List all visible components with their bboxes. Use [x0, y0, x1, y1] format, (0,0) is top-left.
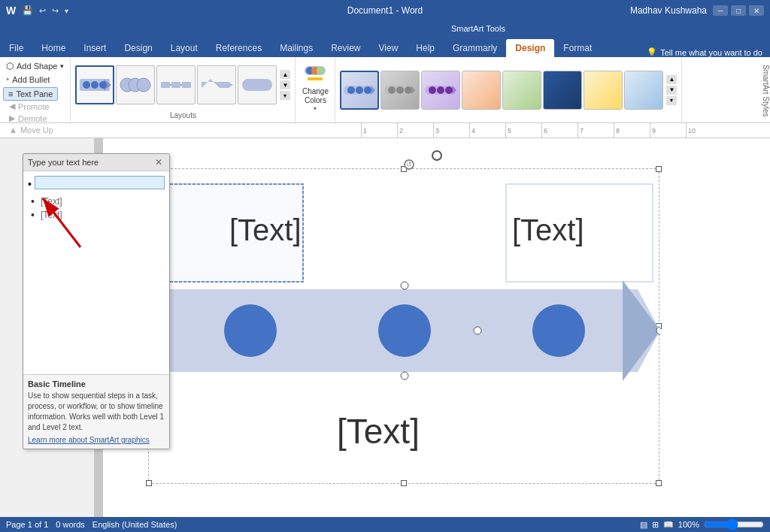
- sas-swatch-2[interactable]: [380, 71, 420, 110]
- view-read-icon[interactable]: 📖: [663, 520, 674, 530]
- text-pane-close-button[interactable]: ✕: [153, 156, 165, 168]
- maximize-button[interactable]: □: [731, 5, 746, 16]
- layout-thumb-3[interactable]: [156, 65, 196, 104]
- svg-text:[Text]: [Text]: [229, 213, 302, 246]
- sas-swatch-4[interactable]: [462, 71, 501, 110]
- tab-grammarly[interactable]: Grammarly: [444, 39, 506, 57]
- page-info: Page 1 of 1: [6, 520, 48, 529]
- sas-swatch-7[interactable]: [584, 71, 623, 110]
- svg-marker-13: [202, 79, 233, 88]
- sas-scroll-down[interactable]: ▼: [666, 86, 677, 95]
- sas-scroll-more[interactable]: ▾: [666, 96, 677, 105]
- canvas-area[interactable]: [Text] [Text] [Text] ↺: [103, 138, 770, 517]
- sas-scroll-up[interactable]: ▲: [666, 75, 677, 84]
- svg-rect-14: [242, 79, 272, 91]
- ruler-mark-7: 7: [578, 123, 614, 138]
- layout-thumb-2[interactable]: [116, 65, 155, 104]
- text-pane-row-1: •: [28, 176, 165, 192]
- layout-thumb-4[interactable]: [197, 65, 236, 104]
- undo-icon[interactable]: ↩: [39, 6, 46, 16]
- change-colors-label: ChangeColors: [302, 87, 329, 105]
- tab-smartart-design[interactable]: Design: [506, 39, 554, 57]
- diagram-rotate-handle[interactable]: ↺: [404, 159, 414, 170]
- tab-review[interactable]: Review: [322, 39, 369, 57]
- view-web-icon[interactable]: ⊞: [652, 520, 659, 530]
- title-bar: W 💾 ↩ ↪ ▾ Document1 - Word Madhav Kushwa…: [0, 0, 770, 21]
- tab-layout[interactable]: Layout: [162, 39, 207, 57]
- tab-smartart-format[interactable]: Format: [554, 39, 601, 57]
- add-bullet-button[interactable]: • Add Bullet: [3, 74, 53, 86]
- text-pane-button[interactable]: ≡ Text Pane: [3, 87, 58, 101]
- smartart-diagram[interactable]: [Text] [Text] [Text]: [148, 168, 659, 484]
- tell-me-bar[interactable]: 💡 Tell me what you want to do: [639, 47, 770, 57]
- text-pane-item-2: [Text]: [41, 196, 62, 207]
- window-controls: ─ □ ✕: [713, 5, 764, 16]
- layout-scroll-more[interactable]: ▾: [280, 91, 290, 100]
- text-pane-info-link[interactable]: Learn more about SmartArt graphics: [28, 436, 165, 444]
- svg-point-34: [445, 86, 453, 94]
- lightbulb-icon: 💡: [647, 47, 657, 57]
- tab-file[interactable]: File: [0, 39, 32, 57]
- layout-thumb-1[interactable]: [75, 65, 114, 104]
- promote-button[interactable]: ◀ Promote: [6, 101, 67, 112]
- svg-rect-10: [182, 82, 191, 88]
- customize-icon[interactable]: ▾: [65, 7, 68, 15]
- layout-scroll-up[interactable]: ▲: [280, 70, 290, 79]
- change-colors-icon: [302, 60, 329, 87]
- ruler-mark-4: 4: [469, 123, 505, 138]
- svg-rect-8: [161, 82, 170, 88]
- add-shape-button[interactable]: ⬡ Add Shape ▾: [3, 60, 67, 72]
- sas-swatch-1[interactable]: [340, 71, 379, 110]
- ruler-horizontal: 1 2 3 4 5 6 7 8 9 10: [0, 123, 770, 138]
- zoom-slider[interactable]: [704, 520, 764, 529]
- sas-swatch-8[interactable]: [624, 71, 663, 110]
- tab-mailings[interactable]: Mailings: [271, 39, 322, 57]
- move-up-button[interactable]: ▲ Move Up: [6, 125, 67, 135]
- text-pane-label: Text Pane: [16, 89, 53, 98]
- ruler-mark-3: 3: [433, 123, 469, 138]
- sas-swatch-6[interactable]: [543, 71, 582, 110]
- text-pane-input-1[interactable]: [35, 176, 165, 189]
- svg-point-29: [405, 86, 412, 94]
- redo-icon[interactable]: ↪: [52, 6, 59, 16]
- tab-help[interactable]: Help: [407, 39, 444, 57]
- layout-scroll: ▲ ▼ ▾: [280, 70, 290, 100]
- demote-button[interactable]: ▶ Demote: [6, 113, 67, 124]
- svg-point-28: [396, 86, 404, 94]
- bullet-1: •: [28, 178, 32, 190]
- svg-point-4: [99, 81, 107, 89]
- sas-swatch-3[interactable]: [421, 71, 460, 110]
- layouts-group: ▲ ▼ ▾ Layouts: [71, 57, 296, 122]
- text-pane-row: ≡ Text Pane: [3, 87, 58, 101]
- svg-point-49: [532, 304, 585, 357]
- text-pane-header: Type your text here ✕: [23, 154, 169, 171]
- view-normal-icon[interactable]: ▤: [640, 520, 647, 530]
- tab-references[interactable]: References: [207, 39, 271, 57]
- smartart-styles-label: SmartArt Styles: [682, 63, 770, 116]
- text-pane-body: • • [Text]: [23, 171, 169, 374]
- bullet-2: •: [31, 195, 35, 207]
- minimize-button[interactable]: ─: [713, 5, 728, 16]
- change-colors-group[interactable]: ChangeColors ▾: [296, 57, 335, 122]
- sas-swatch-5[interactable]: [502, 71, 541, 110]
- tab-insert[interactable]: Insert: [74, 39, 115, 57]
- svg-point-32: [429, 86, 436, 94]
- layout-scroll-down[interactable]: ▼: [280, 80, 290, 89]
- create-graphic-group: ⬡ Add Shape ▾ • Add Bullet ≡ Text Pane: [0, 57, 71, 122]
- text-pane-icon: ≡: [8, 89, 13, 98]
- tab-design[interactable]: Design: [115, 39, 161, 57]
- close-button[interactable]: ✕: [749, 5, 764, 16]
- svg-point-24: [364, 86, 371, 94]
- rotate-handle[interactable]: [432, 150, 442, 161]
- word-count: 0 words: [56, 520, 85, 529]
- tab-home[interactable]: Home: [32, 39, 74, 57]
- diagram-svg: [Text] [Text] [Text]: [149, 169, 660, 485]
- left-margin: Type your text here ✕ •: [0, 138, 94, 517]
- add-shape-dropdown-icon[interactable]: ▾: [60, 62, 64, 70]
- save-icon[interactable]: 💾: [22, 5, 33, 16]
- layout-thumb-5[interactable]: [238, 65, 277, 104]
- demote-label: Demote: [18, 114, 47, 123]
- svg-point-44: [401, 372, 408, 379]
- tab-view[interactable]: View: [370, 39, 408, 57]
- ruler-mark-10: 10: [686, 123, 722, 138]
